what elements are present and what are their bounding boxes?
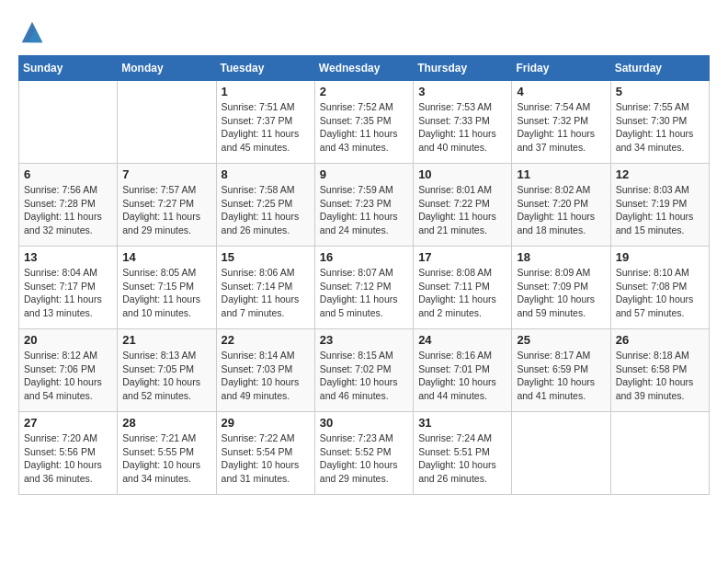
day-number: 21 <box>122 333 210 347</box>
day-cell: 5Sunrise: 7:55 AM Sunset: 7:30 PM Daylig… <box>610 81 709 164</box>
day-detail: Sunrise: 7:55 AM Sunset: 7:30 PM Dayligh… <box>616 100 704 155</box>
day-cell <box>118 81 216 164</box>
day-detail: Sunrise: 7:21 AM Sunset: 5:55 PM Dayligh… <box>122 431 210 486</box>
day-number: 11 <box>517 167 605 181</box>
day-number: 5 <box>616 85 704 98</box>
week-row-4: 20Sunrise: 8:12 AM Sunset: 7:06 PM Dayli… <box>19 329 710 412</box>
day-number: 6 <box>24 167 112 181</box>
header-cell-saturday: Saturday <box>610 56 709 81</box>
day-number: 28 <box>122 416 210 430</box>
header-cell-friday: Friday <box>512 56 610 81</box>
day-cell: 27Sunrise: 7:20 AM Sunset: 5:56 PM Dayli… <box>19 412 118 495</box>
header-row: SundayMondayTuesdayWednesdayThursdayFrid… <box>19 56 710 81</box>
day-number: 9 <box>320 167 408 181</box>
day-cell: 13Sunrise: 8:04 AM Sunset: 7:17 PM Dayli… <box>19 247 118 329</box>
day-number: 2 <box>320 85 408 98</box>
day-detail: Sunrise: 7:59 AM Sunset: 7:23 PM Dayligh… <box>320 183 408 237</box>
day-number: 27 <box>24 416 112 430</box>
day-number: 15 <box>222 250 310 264</box>
day-cell <box>19 81 118 164</box>
day-number: 4 <box>517 85 605 98</box>
day-cell: 1Sunrise: 7:51 AM Sunset: 7:37 PM Daylig… <box>216 81 314 164</box>
day-cell: 4Sunrise: 7:54 AM Sunset: 7:32 PM Daylig… <box>512 81 610 164</box>
day-cell <box>610 412 709 495</box>
day-detail: Sunrise: 7:52 AM Sunset: 7:35 PM Dayligh… <box>320 100 408 155</box>
day-detail: Sunrise: 8:05 AM Sunset: 7:15 PM Dayligh… <box>122 266 210 320</box>
day-cell: 25Sunrise: 8:17 AM Sunset: 6:59 PM Dayli… <box>512 329 610 412</box>
day-cell: 30Sunrise: 7:23 AM Sunset: 5:52 PM Dayli… <box>314 412 413 495</box>
day-number: 17 <box>418 250 506 264</box>
day-number: 31 <box>418 416 506 430</box>
day-detail: Sunrise: 8:08 AM Sunset: 7:11 PM Dayligh… <box>418 266 506 320</box>
day-detail: Sunrise: 8:13 AM Sunset: 7:05 PM Dayligh… <box>122 349 210 403</box>
day-number: 25 <box>517 333 605 347</box>
page-header <box>18 18 710 46</box>
day-detail: Sunrise: 8:10 AM Sunset: 7:08 PM Dayligh… <box>616 266 704 320</box>
week-row-3: 13Sunrise: 8:04 AM Sunset: 7:17 PM Dayli… <box>19 247 710 329</box>
day-cell: 7Sunrise: 7:57 AM Sunset: 7:27 PM Daylig… <box>118 164 216 247</box>
day-cell: 15Sunrise: 8:06 AM Sunset: 7:14 PM Dayli… <box>216 247 314 329</box>
day-detail: Sunrise: 8:09 AM Sunset: 7:09 PM Dayligh… <box>517 266 605 320</box>
day-cell: 9Sunrise: 7:59 AM Sunset: 7:23 PM Daylig… <box>314 164 413 247</box>
day-cell: 3Sunrise: 7:53 AM Sunset: 7:33 PM Daylig… <box>414 81 512 164</box>
day-cell: 22Sunrise: 8:14 AM Sunset: 7:03 PM Dayli… <box>216 329 314 412</box>
day-cell: 29Sunrise: 7:22 AM Sunset: 5:54 PM Dayli… <box>216 412 314 495</box>
day-cell: 20Sunrise: 8:12 AM Sunset: 7:06 PM Dayli… <box>19 329 118 412</box>
day-number: 1 <box>222 85 310 98</box>
day-number: 8 <box>222 167 310 181</box>
day-number: 10 <box>418 167 506 181</box>
day-cell: 14Sunrise: 8:05 AM Sunset: 7:15 PM Dayli… <box>118 247 216 329</box>
day-detail: Sunrise: 8:17 AM Sunset: 6:59 PM Dayligh… <box>517 349 605 403</box>
day-number: 16 <box>320 250 408 264</box>
day-number: 7 <box>122 167 210 181</box>
day-cell: 28Sunrise: 7:21 AM Sunset: 5:55 PM Dayli… <box>118 412 216 495</box>
day-number: 20 <box>24 333 112 347</box>
day-cell: 2Sunrise: 7:52 AM Sunset: 7:35 PM Daylig… <box>314 81 413 164</box>
day-number: 18 <box>517 250 605 264</box>
day-detail: Sunrise: 8:12 AM Sunset: 7:06 PM Dayligh… <box>24 349 112 403</box>
day-cell: 18Sunrise: 8:09 AM Sunset: 7:09 PM Dayli… <box>512 247 610 329</box>
header-cell-tuesday: Tuesday <box>216 56 314 81</box>
day-detail: Sunrise: 7:57 AM Sunset: 7:27 PM Dayligh… <box>122 183 210 237</box>
week-row-1: 1Sunrise: 7:51 AM Sunset: 7:37 PM Daylig… <box>19 81 710 164</box>
day-cell: 17Sunrise: 8:08 AM Sunset: 7:11 PM Dayli… <box>414 247 512 329</box>
day-cell: 8Sunrise: 7:58 AM Sunset: 7:25 PM Daylig… <box>216 164 314 247</box>
day-cell: 6Sunrise: 7:56 AM Sunset: 7:28 PM Daylig… <box>19 164 118 247</box>
day-cell: 10Sunrise: 8:01 AM Sunset: 7:22 PM Dayli… <box>414 164 512 247</box>
day-number: 12 <box>616 167 704 181</box>
day-detail: Sunrise: 8:04 AM Sunset: 7:17 PM Dayligh… <box>24 266 112 320</box>
day-cell: 19Sunrise: 8:10 AM Sunset: 7:08 PM Dayli… <box>610 247 709 329</box>
calendar-table: SundayMondayTuesdayWednesdayThursdayFrid… <box>18 55 710 495</box>
day-number: 24 <box>418 333 506 347</box>
day-number: 19 <box>616 250 704 264</box>
day-cell: 31Sunrise: 7:24 AM Sunset: 5:51 PM Dayli… <box>414 412 512 495</box>
day-number: 23 <box>320 333 408 347</box>
day-detail: Sunrise: 8:01 AM Sunset: 7:22 PM Dayligh… <box>418 183 506 237</box>
week-row-2: 6Sunrise: 7:56 AM Sunset: 7:28 PM Daylig… <box>19 164 710 247</box>
day-detail: Sunrise: 8:15 AM Sunset: 7:02 PM Dayligh… <box>320 349 408 403</box>
day-detail: Sunrise: 7:20 AM Sunset: 5:56 PM Dayligh… <box>24 431 112 486</box>
day-detail: Sunrise: 8:07 AM Sunset: 7:12 PM Dayligh… <box>320 266 408 320</box>
logo-icon <box>18 18 46 46</box>
day-number: 3 <box>418 85 506 98</box>
day-number: 22 <box>222 333 310 347</box>
day-cell: 11Sunrise: 8:02 AM Sunset: 7:20 PM Dayli… <box>512 164 610 247</box>
day-cell: 12Sunrise: 8:03 AM Sunset: 7:19 PM Dayli… <box>610 164 709 247</box>
day-detail: Sunrise: 8:14 AM Sunset: 7:03 PM Dayligh… <box>222 349 310 403</box>
header-cell-monday: Monday <box>118 56 216 81</box>
week-row-5: 27Sunrise: 7:20 AM Sunset: 5:56 PM Dayli… <box>19 412 710 495</box>
day-detail: Sunrise: 7:53 AM Sunset: 7:33 PM Dayligh… <box>418 100 506 155</box>
header-cell-sunday: Sunday <box>19 56 118 81</box>
day-detail: Sunrise: 7:24 AM Sunset: 5:51 PM Dayligh… <box>418 431 506 486</box>
day-cell: 26Sunrise: 8:18 AM Sunset: 6:58 PM Dayli… <box>610 329 709 412</box>
day-number: 26 <box>616 333 704 347</box>
day-detail: Sunrise: 8:06 AM Sunset: 7:14 PM Dayligh… <box>222 266 310 320</box>
day-detail: Sunrise: 7:56 AM Sunset: 7:28 PM Dayligh… <box>24 183 112 237</box>
logo <box>18 18 50 46</box>
day-detail: Sunrise: 7:58 AM Sunset: 7:25 PM Dayligh… <box>222 183 310 237</box>
day-detail: Sunrise: 8:03 AM Sunset: 7:19 PM Dayligh… <box>616 183 704 237</box>
day-number: 29 <box>222 416 310 430</box>
header-cell-wednesday: Wednesday <box>314 56 413 81</box>
day-cell <box>512 412 610 495</box>
day-detail: Sunrise: 7:54 AM Sunset: 7:32 PM Dayligh… <box>517 100 605 155</box>
